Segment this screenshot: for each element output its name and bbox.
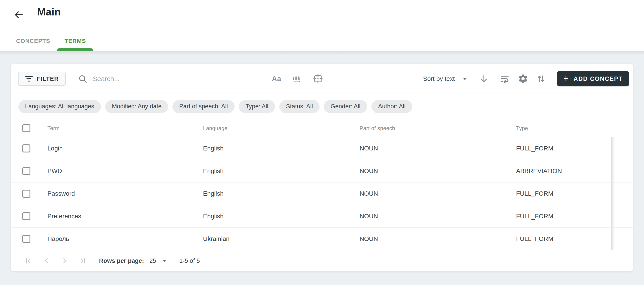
- toolbar: FILTER Aa: [11, 64, 633, 94]
- arrow-left-icon: [14, 10, 24, 20]
- rows-per-page-caret-icon[interactable]: [162, 260, 166, 262]
- row-checkbox[interactable]: [22, 212, 30, 220]
- row-checkbox[interactable]: [22, 190, 30, 198]
- pinned-column-cell: [611, 228, 633, 250]
- add-concept-button[interactable]: + ADD CONCEPT: [557, 71, 629, 86]
- wrap-text-icon[interactable]: [499, 73, 510, 84]
- row-checkbox[interactable]: [22, 167, 30, 175]
- sort-caret-icon[interactable]: [463, 78, 467, 80]
- chip-status[interactable]: Status: All: [279, 100, 320, 113]
- sort-direction-arrow-down-icon[interactable]: [479, 74, 489, 84]
- tab-terms-label: TERMS: [64, 38, 86, 45]
- pagination-bar: Rows per page: 25 1-5 of 5: [11, 250, 633, 271]
- cell-part-of-speech: NOUN: [349, 228, 505, 250]
- table-action-icons: [499, 64, 546, 94]
- cell-type: ABBREVIATION: [505, 160, 611, 182]
- search-input[interactable]: [93, 72, 236, 86]
- cell-part-of-speech: NOUN: [349, 182, 505, 205]
- swap-vertical-icon[interactable]: [536, 74, 546, 84]
- filter-button[interactable]: FILTER: [18, 72, 66, 86]
- filter-icon: [25, 76, 33, 82]
- filter-chips-row: Languages: All languages Modified: Any d…: [11, 94, 633, 119]
- search-icon: [78, 74, 88, 84]
- chip-gender-label: Gender: All: [330, 103, 360, 110]
- cell-part-of-speech: NOUN: [349, 205, 505, 227]
- cell-language: English: [192, 205, 349, 227]
- exact-match-icon[interactable]: [312, 73, 323, 84]
- rows-per-page-value[interactable]: 25: [149, 257, 156, 264]
- cell-type: FULL_FORM: [505, 137, 611, 160]
- search-option-icons: Aa: [272, 64, 323, 94]
- cell-part-of-speech: NOUN: [349, 160, 505, 182]
- filter-button-label: FILTER: [37, 76, 59, 82]
- cell-type: FULL_FORM: [505, 182, 611, 205]
- page-range-label: 1-5 of 5: [179, 257, 200, 264]
- table-header: Term Language Part of speech Type: [11, 119, 633, 137]
- page-title: Main: [37, 6, 61, 18]
- terms-card: FILTER Aa: [11, 64, 633, 271]
- settings-gear-icon[interactable]: [518, 73, 528, 84]
- table-row[interactable]: PWD English NOUN ABBREVIATION: [11, 160, 633, 182]
- row-checkbox[interactable]: [22, 235, 30, 243]
- search-area: [78, 64, 236, 94]
- cell-term: Preferences: [48, 213, 81, 220]
- pinned-column-cell: [611, 182, 633, 205]
- chip-part-of-speech[interactable]: Part of speech: All: [172, 100, 234, 113]
- sort-by-select[interactable]: Sort by text: [423, 75, 455, 82]
- app-header: Main CONCEPTS TERMS: [0, 0, 644, 51]
- cell-type: FULL_FORM: [505, 205, 611, 227]
- chip-part-of-speech-label: Part of speech: All: [179, 103, 228, 110]
- header-shadow: [0, 51, 644, 55]
- next-page-button[interactable]: [61, 257, 68, 265]
- column-header-part-of-speech: Part of speech: [349, 125, 505, 131]
- pinned-column-header: [611, 119, 633, 137]
- column-header-type: Type: [505, 125, 611, 131]
- pinned-column-cell: [611, 160, 633, 182]
- column-header-term: Term: [48, 125, 60, 131]
- table-row[interactable]: Пароль Ukrainian NOUN FULL_FORM: [11, 228, 633, 250]
- chip-languages-label: Languages: All languages: [25, 103, 94, 110]
- table-row[interactable]: Preferences English NOUN FULL_FORM: [11, 205, 633, 228]
- first-page-button[interactable]: [24, 257, 32, 265]
- active-tab-indicator: [57, 48, 93, 51]
- cell-term: Пароль: [48, 235, 69, 242]
- cell-language: Ukrainian: [192, 228, 349, 250]
- chip-type[interactable]: Type: All: [239, 100, 275, 113]
- select-all-checkbox[interactable]: [22, 124, 30, 132]
- previous-page-button[interactable]: [43, 257, 50, 265]
- tab-concepts-label: CONCEPTS: [16, 38, 50, 45]
- pinned-column-cell: [611, 137, 633, 160]
- chip-languages[interactable]: Languages: All languages: [18, 100, 101, 113]
- pinned-column-cell: [611, 205, 633, 227]
- back-button[interactable]: [13, 9, 24, 21]
- tab-terms[interactable]: TERMS: [57, 31, 93, 51]
- header-divider: [0, 51, 644, 51]
- chip-gender[interactable]: Gender: All: [324, 100, 367, 113]
- chip-author[interactable]: Author: All: [372, 100, 412, 113]
- chip-status-label: Status: All: [286, 103, 313, 110]
- chip-author-label: Author: All: [378, 103, 406, 110]
- last-page-button[interactable]: [79, 257, 86, 265]
- table-row[interactable]: Login English NOUN FULL_FORM: [11, 137, 633, 160]
- tab-concepts[interactable]: CONCEPTS: [9, 31, 57, 51]
- cell-term: Login: [48, 145, 63, 152]
- cell-type: FULL_FORM: [505, 228, 611, 250]
- tab-bar: CONCEPTS TERMS: [9, 31, 93, 51]
- chip-modified[interactable]: Modified: Any date: [105, 100, 168, 113]
- cell-term: PWD: [48, 167, 62, 175]
- rows-per-page-label: Rows per page:: [99, 257, 144, 264]
- column-header-language: Language: [192, 125, 349, 131]
- table-row[interactable]: Password English NOUN FULL_FORM: [11, 182, 633, 205]
- cell-part-of-speech: NOUN: [349, 137, 505, 160]
- plus-icon: +: [563, 74, 569, 83]
- row-checkbox[interactable]: [22, 144, 30, 152]
- whole-word-icon[interactable]: [292, 74, 302, 83]
- cell-language: English: [192, 182, 349, 205]
- sort-control: Sort by text: [423, 64, 489, 94]
- chip-modified-label: Modified: Any date: [112, 103, 162, 110]
- chip-type-label: Type: All: [246, 103, 268, 110]
- cell-term: Password: [48, 190, 75, 197]
- add-concept-label: ADD CONCEPT: [574, 76, 623, 82]
- cell-language: English: [192, 160, 349, 182]
- match-case-icon[interactable]: Aa: [272, 75, 281, 83]
